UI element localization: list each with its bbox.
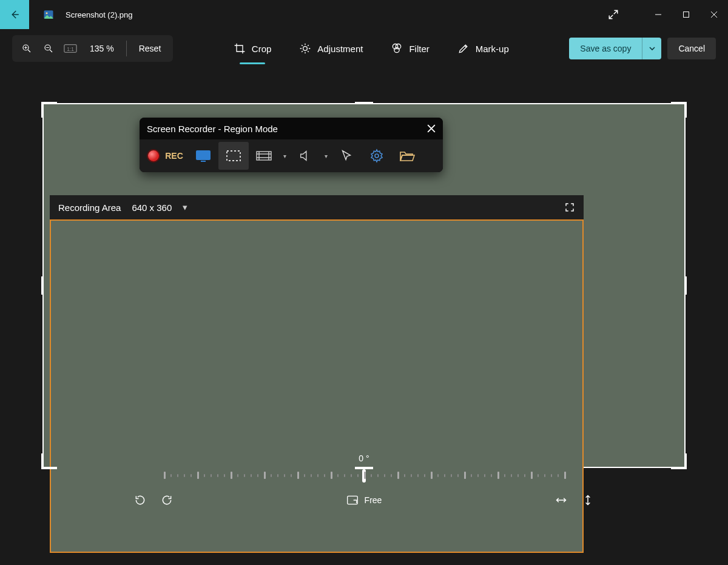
titlebar: Screenshot (2).png bbox=[0, 0, 728, 29]
ruler-tick bbox=[477, 474, 479, 477]
zoom-controls: 1:1 135 % Reset bbox=[12, 35, 173, 62]
canvas-area: Recording Area 640 x 360 ▾ Screen Record… bbox=[0, 68, 728, 526]
ruler-tick bbox=[364, 472, 366, 479]
svg-rect-13 bbox=[227, 151, 240, 161]
close-button[interactable] bbox=[700, 1, 728, 28]
save-as-copy-button[interactable]: Save as copy bbox=[569, 38, 661, 59]
audio-button[interactable] bbox=[290, 142, 320, 170]
zoom-in-button[interactable] bbox=[16, 38, 38, 59]
svg-rect-2 bbox=[684, 12, 689, 18]
ruler-tick bbox=[170, 474, 172, 477]
ruler-tick bbox=[524, 474, 525, 477]
video-format-button[interactable] bbox=[249, 142, 279, 170]
ruler-tick bbox=[497, 472, 499, 479]
chevron-down-icon bbox=[649, 45, 656, 52]
ruler-tick bbox=[184, 474, 185, 477]
filter-icon bbox=[391, 42, 403, 55]
reset-button[interactable]: Reset bbox=[130, 44, 170, 53]
minimize-button[interactable] bbox=[644, 1, 672, 28]
maximize-button[interactable] bbox=[672, 1, 700, 28]
zoom-percentage[interactable]: 135 % bbox=[81, 44, 123, 53]
flip-horizontal-button[interactable] bbox=[554, 493, 568, 507]
ruler-tick bbox=[544, 474, 545, 477]
ruler-tick bbox=[337, 474, 339, 477]
aspect-ratio-label: Free bbox=[365, 495, 382, 505]
tab-filter[interactable]: Filter bbox=[391, 39, 429, 58]
ruler-tick bbox=[237, 474, 238, 477]
ruler-tick bbox=[284, 474, 285, 477]
back-button[interactable] bbox=[0, 0, 29, 29]
settings-button[interactable] bbox=[362, 142, 392, 170]
ruler-tick bbox=[471, 474, 472, 477]
crop-handle-top[interactable] bbox=[355, 102, 373, 104]
zoom-to-fit-button[interactable]: 1:1 bbox=[59, 38, 81, 59]
action-buttons: Save as copy Cancel bbox=[569, 38, 716, 59]
svg-text:1:1: 1:1 bbox=[67, 47, 74, 52]
audio-dropdown[interactable]: ▾ bbox=[320, 153, 331, 159]
screen-recorder-toolbar: REC ▾ ▾ bbox=[140, 139, 443, 172]
crop-handle-top-left[interactable] bbox=[41, 102, 44, 118]
ruler-tick bbox=[311, 474, 312, 477]
ruler-tick bbox=[164, 472, 166, 479]
ruler-tick bbox=[190, 474, 192, 477]
svg-point-15 bbox=[375, 154, 379, 158]
ruler-tick bbox=[511, 474, 512, 477]
rotate-right-button[interactable] bbox=[160, 493, 174, 507]
ruler-tick bbox=[551, 474, 552, 477]
cancel-button[interactable]: Cancel bbox=[667, 38, 716, 59]
save-as-copy-label[interactable]: Save as copy bbox=[569, 44, 642, 53]
ruler-tick bbox=[344, 474, 345, 477]
tab-label: Crop bbox=[252, 44, 272, 54]
ruler-tick bbox=[384, 474, 385, 477]
rotation-slider[interactable] bbox=[164, 468, 564, 485]
crop-handle-right[interactable] bbox=[684, 276, 687, 295]
svg-rect-11 bbox=[196, 150, 211, 160]
ruler-tick bbox=[531, 472, 533, 479]
record-icon bbox=[147, 149, 160, 162]
ruler-tick bbox=[558, 474, 559, 477]
recording-area-dropdown-icon[interactable]: ▾ bbox=[183, 202, 187, 213]
rotation-controls: 0 ° Free bbox=[0, 451, 728, 530]
recording-area-bar: Recording Area 640 x 360 ▾ bbox=[50, 195, 584, 219]
ruler-tick bbox=[437, 474, 439, 477]
markup-icon bbox=[457, 42, 470, 55]
ruler-tick bbox=[291, 474, 292, 477]
rotate-left-button[interactable] bbox=[133, 493, 147, 507]
screen-recorder-titlebar[interactable]: Screen Recorder - Region Mode bbox=[140, 118, 443, 139]
close-icon[interactable] bbox=[427, 124, 436, 133]
flip-vertical-button[interactable] bbox=[581, 493, 595, 507]
ruler-tick bbox=[324, 474, 325, 477]
aspect-icon bbox=[346, 495, 359, 506]
video-format-dropdown[interactable]: ▾ bbox=[279, 153, 290, 159]
ruler-tick bbox=[304, 474, 305, 477]
record-button[interactable]: REC bbox=[142, 142, 188, 170]
ruler-tick bbox=[411, 474, 412, 477]
region-mode-button[interactable] bbox=[218, 142, 249, 170]
recording-area-size[interactable]: 640 x 360 bbox=[132, 202, 172, 213]
tab-label: Mark-up bbox=[476, 44, 509, 54]
cursor-button[interactable] bbox=[331, 142, 362, 170]
crop-handle-left[interactable] bbox=[41, 276, 44, 295]
tab-crop[interactable]: Crop bbox=[234, 39, 272, 58]
screen-recorder-panel[interactable]: Screen Recorder - Region Mode REC bbox=[140, 118, 443, 172]
fullscreen-mode-button[interactable] bbox=[188, 142, 218, 170]
expand-icon[interactable] bbox=[599, 1, 627, 28]
save-dropdown[interactable] bbox=[642, 38, 661, 59]
recording-area-label: Recording Area bbox=[58, 202, 121, 213]
ruler-tick bbox=[297, 472, 299, 479]
ruler-tick bbox=[371, 474, 372, 477]
crop-handle-top-right[interactable] bbox=[684, 102, 687, 118]
tab-adjustment[interactable]: Adjustment bbox=[299, 39, 363, 58]
tab-markup[interactable]: Mark-up bbox=[457, 39, 509, 58]
image-content[interactable]: Recording Area 640 x 360 ▾ Screen Record… bbox=[44, 104, 684, 467]
crop-frame[interactable]: Recording Area 640 x 360 ▾ Screen Record… bbox=[42, 103, 686, 468]
open-folder-button[interactable] bbox=[392, 142, 422, 170]
divider bbox=[126, 41, 127, 56]
ruler-tick bbox=[517, 474, 519, 477]
aspect-ratio-button[interactable]: Free bbox=[346, 495, 382, 506]
ruler-tick bbox=[464, 472, 466, 479]
ruler-tick bbox=[444, 474, 445, 477]
svg-rect-12 bbox=[201, 161, 206, 162]
zoom-out-button[interactable] bbox=[38, 38, 59, 59]
fullscreen-icon[interactable] bbox=[564, 202, 575, 213]
